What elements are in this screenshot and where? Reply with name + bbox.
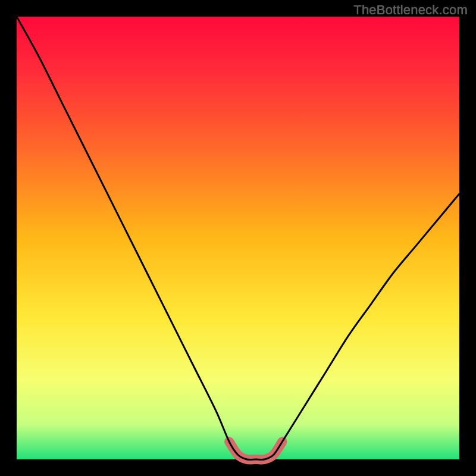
bottleneck-chart: [0, 0, 476, 476]
plot-background: [17, 17, 459, 459]
chart-container: TheBottleneck.com: [0, 0, 476, 476]
watermark-label: TheBottleneck.com: [353, 2, 468, 18]
